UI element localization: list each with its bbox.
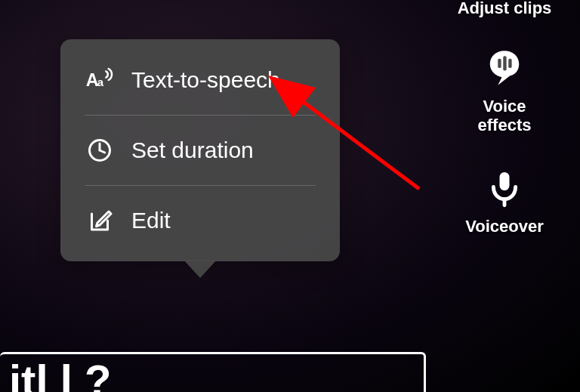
- set-duration-label: Set duration: [131, 137, 254, 163]
- text-input-box[interactable]: itl l ?: [0, 352, 426, 392]
- svg-rect-3: [499, 171, 509, 190]
- text-to-speech-icon: A a: [85, 65, 115, 95]
- voiceover-label: Voiceover: [465, 217, 544, 236]
- text-input-content: itl l ?: [0, 359, 424, 392]
- text-to-speech-label: Text-to-speech: [131, 67, 280, 93]
- microphone-icon: [483, 167, 526, 209]
- voice-effects-icon: [483, 47, 526, 89]
- editor-right-rail: Adjust clips Voice effects Voiceover: [452, 0, 557, 236]
- edit-option[interactable]: Edit: [85, 185, 316, 255]
- text-options-popover: A a Text-to-speech Set duration Edit: [60, 39, 340, 261]
- voiceover-button[interactable]: Voiceover: [465, 167, 544, 236]
- svg-text:a: a: [97, 76, 104, 88]
- voice-effects-label: Voice effects: [478, 97, 532, 135]
- edit-label: Edit: [131, 208, 171, 233]
- clock-icon: [85, 135, 115, 165]
- svg-rect-1: [503, 56, 506, 70]
- set-duration-option[interactable]: Set duration: [85, 115, 316, 185]
- svg-line-9: [100, 150, 105, 153]
- edit-icon: [85, 205, 115, 236]
- svg-rect-2: [508, 59, 511, 68]
- adjust-clips-label[interactable]: Adjust clips: [458, 0, 552, 18]
- text-to-speech-option[interactable]: A a Text-to-speech: [60, 45, 340, 115]
- voice-effects-button[interactable]: Voice effects: [478, 47, 532, 135]
- svg-rect-0: [498, 59, 501, 68]
